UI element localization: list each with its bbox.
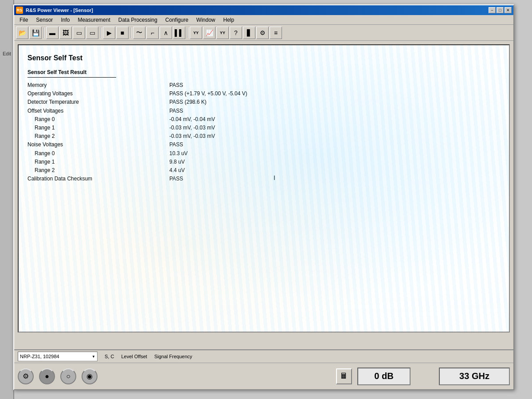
menu-data-processing[interactable]: Data Processing — [115, 16, 161, 24]
result-label-6: Range 2 — [27, 132, 169, 141]
result-value-4: -0.04 mV, -0.04 mV — [169, 115, 215, 124]
toolbar-yy2[interactable]: YY — [216, 27, 229, 39]
toolbar-list[interactable]: ≡ — [270, 27, 282, 39]
menu-file[interactable]: File — [16, 16, 31, 24]
status-row-1: NRP-Z31, 102984 ▼ S, C Level Offset Sign… — [14, 350, 513, 363]
sensor-icon-button[interactable]: ○ — [60, 368, 76, 384]
signal-icon-button[interactable]: ◉ — [82, 368, 98, 384]
maximize-button[interactable]: □ — [497, 7, 504, 13]
result-label-11: Calibration Data Checksum — [27, 175, 169, 183]
app-title-bar: RS R&S Power Viewer - [Sensor] − □ ✕ — [14, 5, 513, 15]
cursor-indicator: I — [274, 174, 275, 181]
toolbar-play[interactable]: ▶ — [103, 27, 115, 39]
toolbar-graph[interactable]: 📈 — [203, 27, 215, 39]
level-offset-display: 0 dB — [357, 368, 411, 385]
toolbar-stop[interactable]: ■ — [116, 27, 129, 39]
toolbar-save[interactable]: 💾 — [29, 27, 42, 39]
result-value-11: PASS — [169, 175, 183, 183]
menu-window[interactable]: Window — [193, 16, 219, 24]
result-label-1: Operating Voltages — [27, 90, 169, 98]
toolbar-sep-3 — [130, 27, 131, 38]
result-row-9: Range 19.8 uV — [27, 158, 500, 166]
result-value-10: 4.4 uV — [169, 166, 185, 175]
menu-configure[interactable]: Configure — [162, 16, 192, 24]
result-value-9: 9.8 uV — [169, 158, 185, 166]
result-row-2: Detector TemperaturePASS (298.6 K) — [27, 98, 500, 106]
result-row-10: Range 24.4 uV — [27, 166, 500, 175]
result-value-7: PASS — [169, 141, 183, 149]
result-value-6: -0.03 mV, -0.03 mV — [169, 132, 215, 141]
toolbar: 📂 💾 ▬ 🖼 ▭ ▭ ▶ ■ 〜 ⌐ ∧ ▌▌ YY 📈 YY ? ▋ ⚙ ≡ — [14, 25, 513, 41]
result-row-5: Range 1-0.03 mV, -0.03 mV — [27, 124, 500, 132]
toolbar-btn-3[interactable]: ▬ — [46, 27, 59, 39]
status-row-2: ⚙ ● ○ ◉ 🖩 0 dB 33 GHz — [14, 363, 513, 389]
result-row-7: Noise VoltagesPASS — [27, 141, 500, 149]
result-value-2: PASS (298.6 K) — [169, 98, 207, 106]
power-icon-button[interactable]: ⚙ — [18, 368, 34, 384]
result-row-6: Range 2-0.03 mV, -0.03 mV — [27, 132, 500, 141]
toolbar-open[interactable]: 📂 — [16, 27, 28, 39]
result-value-1: PASS (+1.79 V, +5.00 V, -5.04 V) — [169, 90, 247, 98]
menu-info[interactable]: Info — [57, 16, 73, 24]
toolbar-btn-6[interactable]: ▭ — [86, 27, 98, 39]
sensor-dropdown-container: NRP-Z31, 102984 ▼ — [18, 352, 98, 361]
result-label-0: Memory — [27, 81, 169, 90]
app-title: R&S Power Viewer - [Sensor] — [26, 8, 93, 13]
doc-title: Sensor Self Test — [27, 54, 500, 62]
content-area: Sensor Self Test Sensor Self Test Result… — [14, 41, 513, 336]
result-label-8: Range 0 — [27, 149, 169, 158]
result-row-4: Range 0-0.04 mV, -0.04 mV — [27, 115, 500, 124]
toolbar-chart[interactable]: ▌▌ — [173, 27, 185, 39]
result-label-2: Detector Temperature — [27, 98, 169, 106]
signal-freq-label: Signal Frequency — [154, 354, 192, 359]
result-row-1: Operating VoltagesPASS (+1.79 V, +5.00 V… — [27, 90, 500, 98]
result-section: Sensor Self Test Result MemoryPASSOperat… — [27, 69, 500, 183]
divider — [27, 77, 116, 78]
desktop: Edit RS R&S Power Viewer - [Sensor] − □ … — [0, 0, 532, 399]
menu-measurement[interactable]: Measurement — [74, 16, 113, 24]
toolbar-sep-2 — [100, 27, 101, 38]
sensor-label: NRP-Z31, 102984 — [20, 354, 59, 359]
result-label-9: Range 1 — [27, 158, 169, 166]
toolbar-sep-1 — [43, 27, 44, 38]
title-left: RS R&S Power Viewer - [Sensor] — [16, 7, 93, 14]
app-window: RS R&S Power Viewer - [Sensor] − □ ✕ Fil… — [13, 4, 514, 390]
result-row-0: MemoryPASS — [27, 81, 500, 90]
toolbar-wave3[interactable]: ∧ — [160, 27, 172, 39]
dropdown-arrow-icon: ▼ — [92, 355, 95, 359]
result-heading: Sensor Self Test Result — [27, 69, 500, 75]
level-offset-label: Level Offset — [121, 354, 147, 359]
sensor-dropdown[interactable]: NRP-Z31, 102984 ▼ — [18, 352, 98, 361]
toolbar-btn-4[interactable]: 🖼 — [59, 27, 72, 39]
app-icon: RS — [16, 7, 23, 14]
toolbar-yy1[interactable]: YY — [190, 27, 202, 39]
toolbar-wave2[interactable]: ⌐ — [146, 27, 159, 39]
result-value-0: PASS — [169, 81, 183, 90]
menu-bar: File Sensor Info Measurement Data Proces… — [14, 15, 513, 25]
left-sidebar: Edit — [0, 0, 14, 399]
toolbar-sep-4 — [187, 27, 188, 38]
channel-label: S, C — [105, 354, 114, 359]
result-label-4: Range 0 — [27, 115, 169, 124]
toolbar-wave1[interactable]: 〜 — [133, 27, 145, 39]
toolbar-help[interactable]: ? — [230, 27, 242, 39]
close-button[interactable]: ✕ — [505, 7, 512, 13]
result-table: MemoryPASSOperating VoltagesPASS (+1.79 … — [27, 81, 500, 183]
toolbar-btn-5[interactable]: ▭ — [73, 27, 85, 39]
result-row-3: Offset VoltagesPASS — [27, 107, 500, 115]
minimize-button[interactable]: − — [489, 7, 496, 13]
menu-help[interactable]: Help — [220, 16, 238, 24]
result-value-3: PASS — [169, 107, 183, 115]
signal-freq-display: 33 GHz — [439, 368, 510, 385]
toolbar-bar[interactable]: ▋ — [243, 27, 255, 39]
document-window: Sensor Self Test Sensor Self Test Result… — [18, 44, 510, 332]
result-row-11: Calibration Data ChecksumPASS — [27, 175, 500, 183]
menu-sensor[interactable]: Sensor — [32, 16, 56, 24]
result-value-8: 10.3 uV — [169, 149, 188, 158]
toolbar-settings[interactable]: ⚙ — [256, 27, 269, 39]
calculator-button[interactable]: 🖩 — [336, 368, 352, 384]
status-labels: S, C Level Offset Signal Frequency — [105, 354, 192, 359]
result-label-5: Range 1 — [27, 124, 169, 132]
result-label-10: Range 2 — [27, 166, 169, 175]
db-icon-button[interactable]: ● — [39, 368, 55, 384]
